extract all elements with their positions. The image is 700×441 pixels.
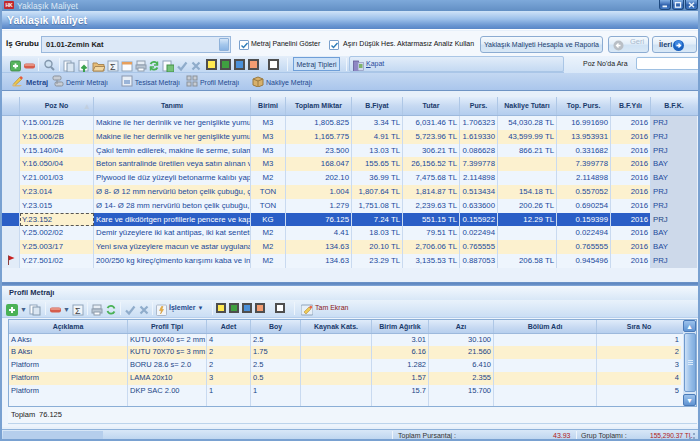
svg-text:Σ: Σ <box>110 62 116 72</box>
svg-text:Σ: Σ <box>75 306 81 316</box>
